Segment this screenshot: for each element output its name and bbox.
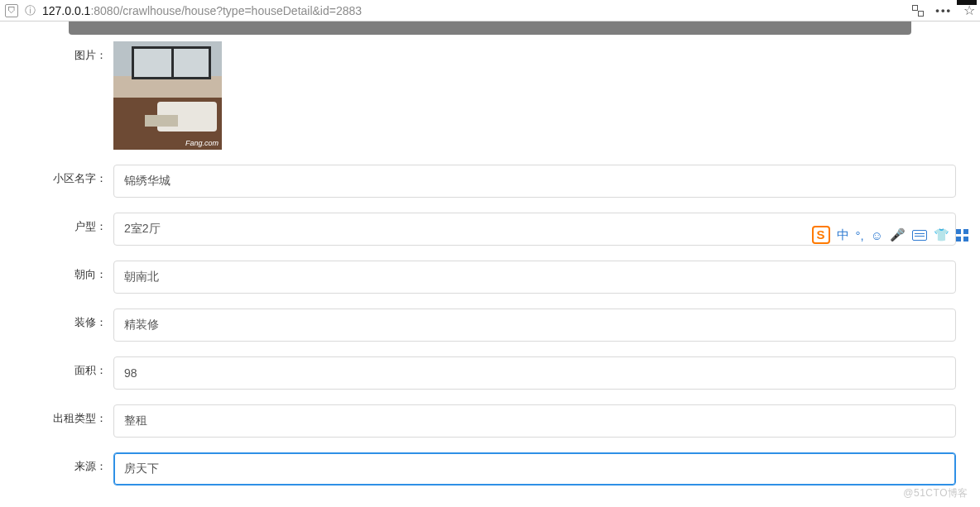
- url-path: /crawlhouse/house?type=houseDetail&id=28…: [119, 4, 362, 17]
- url-port: :8080: [90, 4, 119, 17]
- url-host: 127.0.0.1: [42, 4, 90, 17]
- more-actions-icon[interactable]: •••: [935, 4, 952, 17]
- window-top-patch: [957, 0, 977, 5]
- ime-emoji-icon[interactable]: ☺: [871, 228, 883, 242]
- watermark-text: @51CTO博客: [903, 486, 968, 500]
- row-orientation: 朝向：: [21, 261, 959, 294]
- label-orientation: 朝向：: [21, 261, 113, 289]
- site-info-icon[interactable]: ⓘ: [25, 3, 36, 18]
- ime-mic-icon[interactable]: 🎤: [890, 227, 906, 242]
- label-decoration: 装修：: [21, 309, 113, 337]
- ime-skin-icon[interactable]: 👕: [934, 227, 949, 242]
- browser-address-bar: ⛉ ⓘ 127.0.0.1:8080/crawlhouse/house?type…: [0, 0, 980, 22]
- ime-toolbox-icon[interactable]: [956, 229, 968, 242]
- label-layout: 户型：: [21, 213, 113, 241]
- ime-logo-icon[interactable]: S: [812, 226, 830, 244]
- ime-punct-icon[interactable]: °,: [856, 228, 864, 242]
- label-community: 小区名字：: [21, 165, 113, 193]
- page-content: 图片： Fang.com 小区名字： 户型： 朝向： 装修：: [0, 22, 980, 485]
- label-area: 面积：: [21, 356, 113, 385]
- row-area: 面积：: [21, 356, 959, 390]
- label-image: 图片：: [21, 41, 113, 69]
- qr-icon[interactable]: [912, 5, 924, 17]
- house-detail-form: 图片： Fang.com 小区名字： 户型： 朝向： 装修：: [21, 41, 959, 485]
- label-rent-type: 出租类型：: [21, 404, 113, 433]
- orientation-field[interactable]: [113, 261, 956, 294]
- label-source: 来源：: [21, 452, 113, 481]
- rent-type-field[interactable]: [113, 404, 956, 438]
- row-image: 图片： Fang.com: [21, 41, 959, 150]
- row-community: 小区名字：: [21, 165, 959, 198]
- sogou-ime-toolbar[interactable]: S 中 °, ☺ 🎤 👕: [812, 226, 969, 244]
- ime-language-indicator[interactable]: 中: [837, 227, 849, 243]
- area-field[interactable]: [113, 356, 956, 390]
- thumb-table-shape: [145, 115, 178, 127]
- ime-keyboard-icon[interactable]: [912, 230, 927, 241]
- url-text[interactable]: 127.0.0.1:8080/crawlhouse/house?type=hou…: [42, 4, 912, 17]
- row-decoration: 装修：: [21, 309, 959, 342]
- decoration-field[interactable]: [113, 309, 956, 342]
- security-shield-icon[interactable]: ⛉: [5, 4, 18, 17]
- thumb-window-shape: [132, 46, 211, 79]
- thumb-brand-text: Fang.com: [185, 139, 219, 147]
- row-source: 来源：: [21, 452, 959, 485]
- truncated-header-bar: [69, 22, 911, 35]
- source-field[interactable]: [113, 452, 956, 485]
- row-rent-type: 出租类型：: [21, 404, 959, 438]
- house-thumbnail[interactable]: Fang.com: [113, 41, 222, 150]
- community-field[interactable]: [113, 165, 956, 198]
